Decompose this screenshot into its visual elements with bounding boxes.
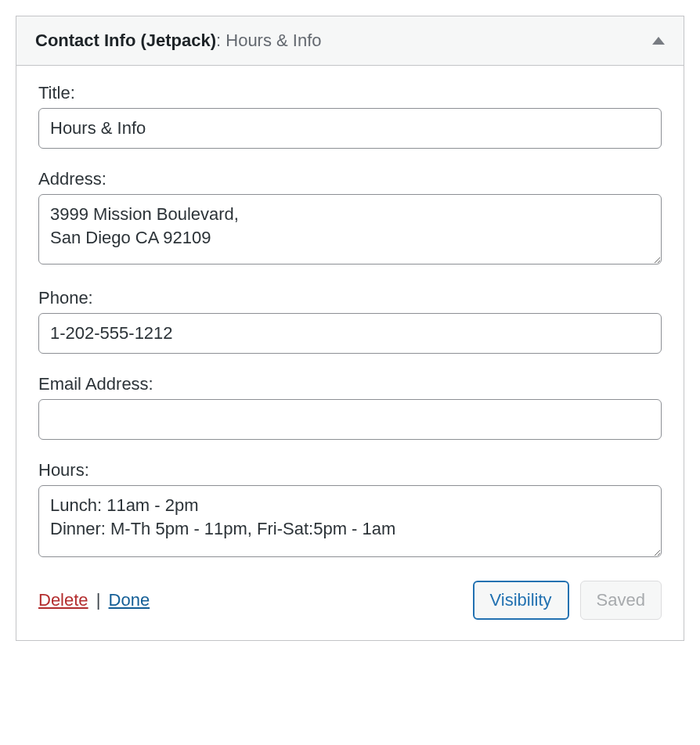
saved-button: Saved bbox=[580, 581, 662, 620]
footer-left: Delete | Done bbox=[38, 590, 150, 610]
widget-footer: Delete | Done Visibility Saved bbox=[38, 581, 662, 620]
hours-input[interactable] bbox=[38, 485, 662, 557]
email-input[interactable] bbox=[38, 399, 662, 440]
field-group-hours: Hours: bbox=[38, 460, 662, 560]
email-label: Email Address: bbox=[38, 374, 662, 394]
address-input[interactable] bbox=[38, 194, 662, 265]
address-label: Address: bbox=[38, 169, 662, 189]
visibility-button[interactable]: Visibility bbox=[473, 581, 569, 620]
footer-right: Visibility Saved bbox=[473, 581, 662, 620]
widget-header[interactable]: Contact Info (Jetpack): Hours & Info bbox=[16, 16, 684, 66]
widget-title-separator: : bbox=[216, 31, 226, 50]
widget-body: Title: Address: Phone: Email Address: Ho… bbox=[16, 66, 684, 640]
field-group-address: Address: bbox=[38, 169, 662, 268]
hours-label: Hours: bbox=[38, 460, 662, 480]
done-link[interactable]: Done bbox=[109, 590, 150, 610]
field-group-title: Title: bbox=[38, 83, 662, 149]
widget-title-main: Contact Info (Jetpack) bbox=[35, 31, 216, 50]
widget-contact-info: Contact Info (Jetpack): Hours & Info Tit… bbox=[16, 16, 684, 641]
link-separator: | bbox=[88, 590, 109, 610]
phone-label: Phone: bbox=[38, 288, 662, 308]
title-input[interactable] bbox=[38, 108, 662, 149]
widget-title-container: Contact Info (Jetpack): Hours & Info bbox=[35, 31, 322, 51]
title-label: Title: bbox=[38, 83, 662, 103]
delete-link[interactable]: Delete bbox=[38, 590, 88, 610]
widget-title-sub: Hours & Info bbox=[226, 31, 321, 50]
phone-input[interactable] bbox=[38, 313, 662, 354]
collapse-icon[interactable] bbox=[652, 37, 665, 45]
field-group-phone: Phone: bbox=[38, 288, 662, 354]
field-group-email: Email Address: bbox=[38, 374, 662, 440]
